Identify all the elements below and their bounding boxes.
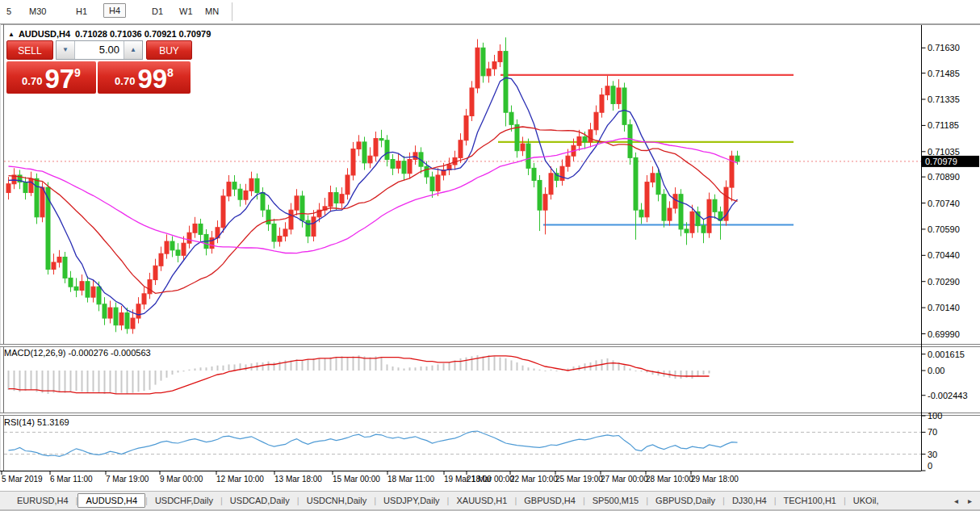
macd-indicator-label: MACD(12,26,9) -0.000276 -0.000563 bbox=[4, 348, 151, 358]
rsi-indicator-label: RSI(14) 51.3169 bbox=[4, 417, 69, 427]
symbol-tab-bar: EURUSD,H4|AUDUSD,H4|USDCHF,Daily|USDCAD,… bbox=[0, 491, 980, 509]
price-tick-label: 0.71035 bbox=[928, 147, 960, 157]
tab-USDCNH-Daily[interactable]: USDCNH,Daily bbox=[299, 493, 375, 508]
volume-input[interactable]: 5.00 bbox=[75, 41, 124, 59]
buy-price-panel[interactable]: 0.70 99 8 bbox=[98, 61, 191, 94]
price-tick-label: 0.70740 bbox=[928, 199, 960, 208]
macd-tick-label: -0.002443 bbox=[928, 391, 968, 400]
time-tick-label: 18 Mar 11:00 bbox=[387, 475, 435, 484]
buy-button[interactable]: BUY bbox=[146, 40, 192, 60]
rsi-line bbox=[9, 431, 738, 456]
current-price-value: 0.70979 bbox=[925, 157, 957, 166]
time-tick-label: 5 Mar 2019 bbox=[2, 475, 43, 484]
time-tick-label: 22 Mar 10:00 bbox=[510, 475, 558, 484]
tab-scroll-left-icon[interactable]: ◂ bbox=[954, 496, 958, 505]
tab-GBPUSD-Daily[interactable]: GBPUSD,Daily bbox=[648, 493, 722, 508]
chart-header: ▲AUDUSD,H40.71028 0.71036 0.70921 0.7097… bbox=[8, 29, 211, 39]
timeframe-M30[interactable]: M30 bbox=[24, 5, 51, 18]
price-tick-label: 0.70290 bbox=[928, 277, 960, 287]
chart-canvas[interactable]: 0.716300.714850.713350.711850.710350.708… bbox=[0, 24, 980, 491]
price-tick-label: 0.70590 bbox=[928, 224, 960, 234]
tab-XAUUSD-H1[interactable]: XAUUSD,H1 bbox=[449, 493, 514, 508]
volume-spinner: ▼ 5.00 ▲ bbox=[56, 40, 143, 60]
time-tick-label: 15 Mar 00:00 bbox=[333, 475, 380, 484]
time-tick-label: 27 Mar 00:00 bbox=[601, 475, 648, 484]
volume-increase-button[interactable]: ▲ bbox=[124, 41, 142, 59]
sell-price-panel[interactable]: 0.70 97 9 bbox=[6, 61, 96, 94]
volume-decrease-button[interactable]: ▼ bbox=[57, 41, 75, 59]
sell-price-big: 97 bbox=[44, 66, 74, 91]
tab-USDJPY-Daily[interactable]: USDJPY,Daily bbox=[376, 493, 447, 508]
sell-price-pip: 9 bbox=[74, 66, 81, 79]
one-click-trading-widget: SELL ▼ 5.00 ▲ BUY 0.70 97 9 0.70 99 8 bbox=[6, 40, 192, 94]
time-tick-label: 29 Mar 18:00 bbox=[691, 475, 739, 484]
tab-SP500-M15[interactable]: SP500,M15 bbox=[585, 493, 646, 508]
tab-scroll-right-icon[interactable]: ▸ bbox=[968, 496, 972, 505]
collapse-arrow-icon[interactable]: ▲ bbox=[8, 31, 15, 38]
ma-fast-line bbox=[9, 77, 738, 315]
price-tick-label: 0.70890 bbox=[928, 172, 960, 182]
buy-price-big: 99 bbox=[137, 66, 167, 91]
sell-button[interactable]: SELL bbox=[6, 40, 53, 60]
price-tick-label: 0.70440 bbox=[928, 250, 960, 260]
rsi-tick-label: 70 bbox=[928, 427, 937, 437]
tab-USDCHF-Daily[interactable]: USDCHF,Daily bbox=[148, 493, 220, 508]
macd-pane bbox=[8, 355, 710, 394]
macd-tick-label: 0.001615 bbox=[928, 350, 965, 359]
time-tick-label: 9 Mar 00:00 bbox=[160, 475, 203, 484]
timeframe-MN[interactable]: MN bbox=[200, 5, 224, 18]
time-tick-label: 13 Mar 18:00 bbox=[274, 475, 322, 484]
price-tick-label: 0.71335 bbox=[928, 94, 960, 104]
terminal-window: 5M30H1H4D1W1MN 0.716300.714850.713350.71… bbox=[0, 0, 980, 511]
rsi-tick-label: 100 bbox=[928, 411, 942, 421]
buy-price-pip: 8 bbox=[167, 66, 174, 79]
tab-USDCAD-Daily[interactable]: USDCAD,Daily bbox=[223, 493, 297, 508]
time-tick-label: 21 Mar 00:00 bbox=[467, 475, 514, 484]
macd-tick-label: 0.00 bbox=[928, 366, 944, 375]
price-tick-label: 0.71485 bbox=[928, 69, 960, 78]
tab-GBPUSD-H4[interactable]: GBPUSD,H4 bbox=[517, 493, 583, 508]
time-tick-label: 6 Mar 11:00 bbox=[50, 475, 93, 484]
timeframe-H1[interactable]: H1 bbox=[71, 5, 92, 18]
time-tick-label: 7 Mar 19:00 bbox=[106, 475, 149, 484]
symbol-tabs: EURUSD,H4|AUDUSD,H4|USDCHF,Daily|USDCAD,… bbox=[10, 493, 886, 508]
rsi-pane bbox=[4, 431, 921, 456]
tab-EURUSD-H4[interactable]: EURUSD,H4 bbox=[10, 493, 76, 508]
price-tick-label: 0.71185 bbox=[928, 120, 959, 130]
toolbar-separator bbox=[232, 2, 232, 21]
time-tick-label: 28 Mar 10:00 bbox=[646, 475, 693, 484]
timeframe-5[interactable]: 5 bbox=[2, 5, 16, 18]
timeframe-D1[interactable]: D1 bbox=[147, 5, 168, 18]
buy-price-prefix: 0.70 bbox=[115, 75, 135, 87]
price-tick-label: 0.71630 bbox=[928, 43, 960, 52]
timeframe-H4[interactable]: H4 bbox=[103, 3, 126, 18]
chart-ohlc-values: 0.71028 0.71036 0.70921 0.70979 bbox=[75, 29, 211, 39]
tab-DJ30-H4[interactable]: DJ30,H4 bbox=[725, 493, 774, 508]
time-tick-label: 12 Mar 10:00 bbox=[216, 475, 264, 484]
time-tick-label: 25 Mar 19:00 bbox=[555, 475, 603, 484]
timeframe-toolbar: 5M30H1H4D1W1MN bbox=[0, 0, 980, 24]
chart-symbol-label: AUDUSD,H4 bbox=[19, 29, 70, 39]
price-tick-label: 0.69990 bbox=[928, 329, 960, 339]
rsi-tick-label: 30 bbox=[928, 450, 937, 459]
tab-scroll-arrows: ◂ ▸ bbox=[954, 496, 980, 505]
price-tick-label: 0.70140 bbox=[928, 303, 960, 312]
rsi-tick-label: 0 bbox=[928, 461, 932, 471]
tab-UKOil[interactable]: UKOil, bbox=[846, 493, 886, 508]
timeframe-W1[interactable]: W1 bbox=[174, 5, 198, 18]
tab-TECH100-H1[interactable]: TECH100,H1 bbox=[777, 493, 844, 508]
sell-price-prefix: 0.70 bbox=[22, 75, 42, 87]
tab-AUDUSD-H4[interactable]: AUDUSD,H4 bbox=[77, 493, 145, 508]
